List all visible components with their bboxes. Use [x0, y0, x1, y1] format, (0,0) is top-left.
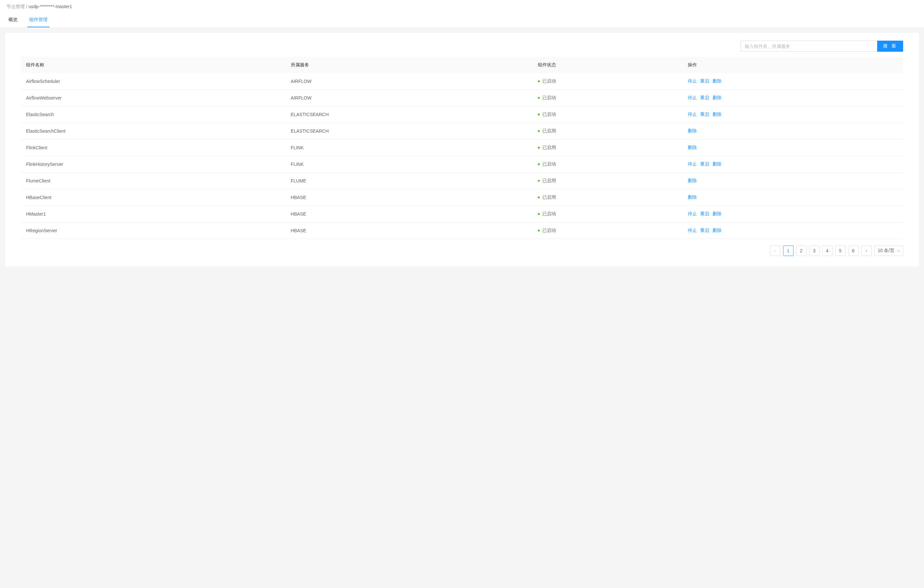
action-delete[interactable]: 删除 — [688, 178, 697, 183]
components-table: 组件名称 所属服务 组件状态 操作 AirflowSchedulerAIRFLO… — [21, 57, 903, 239]
status-dot-icon — [538, 213, 540, 215]
table-row: AirflowWebserverAIRFLOW已启动停止重启删除 — [21, 90, 903, 106]
status-text: 已启动 — [542, 78, 556, 84]
page-size-label: 10 条/页 — [878, 248, 894, 254]
search-input[interactable] — [741, 41, 877, 52]
action-delete[interactable]: 删除 — [713, 112, 722, 117]
cell-actions: 删除 — [683, 140, 903, 156]
cell-status: 已启动 — [533, 73, 683, 90]
action-delete[interactable]: 删除 — [688, 145, 697, 150]
status-text: 已启动 — [542, 228, 556, 233]
action-delete[interactable]: 删除 — [713, 95, 722, 100]
breadcrumb-current: usdp-********-master1 — [29, 4, 72, 9]
pagination-page-2[interactable]: 2 — [796, 245, 807, 256]
action-delete[interactable]: 删除 — [713, 228, 722, 233]
pagination-prev[interactable]: ‹ — [770, 245, 780, 256]
action-stop[interactable]: 停止 — [688, 211, 697, 216]
action-restart[interactable]: 重启 — [700, 78, 709, 84]
status-text: 已启用 — [542, 145, 556, 150]
cell-status: 已启动 — [533, 90, 683, 106]
page-size-selector[interactable]: 10 条/页 — [874, 245, 903, 256]
cell-component-name: AirflowWebserver — [21, 90, 285, 106]
action-stop[interactable]: 停止 — [688, 95, 697, 100]
tabs: 概览 组件管理 — [7, 13, 917, 27]
cell-component-name: AirflowScheduler — [21, 73, 285, 90]
cell-component-name: HBaseClient — [21, 189, 285, 206]
search-button[interactable]: 搜 索 — [877, 41, 903, 52]
action-restart[interactable]: 重启 — [700, 95, 709, 100]
pagination-next[interactable]: › — [861, 245, 871, 256]
action-delete[interactable]: 删除 — [713, 161, 722, 166]
cell-status: 已启用 — [533, 189, 683, 206]
status-dot-icon — [538, 130, 540, 132]
cell-status: 已启动 — [533, 156, 683, 173]
cell-service: FLINK — [285, 156, 533, 173]
cell-status: 已启动 — [533, 206, 683, 222]
cell-status: 已启动 — [533, 222, 683, 239]
cell-service: FLINK — [285, 140, 533, 156]
breadcrumb: 节点管理 / usdp-********-master1 — [7, 4, 917, 13]
content-card: 搜 索 组件名称 所属服务 组件状态 操作 AirflowSchedulerAI… — [5, 33, 919, 266]
status-text: 已启用 — [542, 194, 556, 200]
table-row: ElasticSearchClientELASTICSEARCH已启用删除 — [21, 123, 903, 140]
action-restart[interactable]: 重启 — [700, 228, 709, 233]
pagination-page-5[interactable]: 5 — [835, 245, 846, 256]
action-restart[interactable]: 重启 — [700, 161, 709, 166]
cell-service: FLUME — [285, 173, 533, 189]
table-row: AirflowSchedulerAIRFLOW已启动停止重启删除 — [21, 73, 903, 90]
cell-component-name: FlumeClient — [21, 173, 285, 189]
table-row: ElasticSearchELASTICSEARCH已启动停止重启删除 — [21, 106, 903, 123]
pagination-page-1[interactable]: 1 — [783, 245, 794, 256]
cell-service: AIRFLOW — [285, 73, 533, 90]
chevron-right-icon: › — [866, 249, 867, 253]
tab-overview[interactable]: 概览 — [7, 13, 20, 27]
cell-actions: 停止重启删除 — [683, 222, 903, 239]
cell-service: HBASE — [285, 189, 533, 206]
action-stop[interactable]: 停止 — [688, 78, 697, 84]
cell-actions: 停止重启删除 — [683, 106, 903, 123]
status-dot-icon — [538, 163, 540, 165]
chevron-left-icon: ‹ — [775, 249, 776, 253]
th-status: 组件状态 — [533, 57, 683, 73]
action-restart[interactable]: 重启 — [700, 211, 709, 216]
action-restart[interactable]: 重启 — [700, 112, 709, 117]
pagination-page-4[interactable]: 4 — [822, 245, 833, 256]
cell-actions: 停止重启删除 — [683, 90, 903, 106]
cell-service: AIRFLOW — [285, 90, 533, 106]
action-delete[interactable]: 删除 — [713, 78, 722, 84]
breadcrumb-separator: / — [26, 4, 27, 9]
pagination-page-6[interactable]: 6 — [848, 245, 859, 256]
cell-component-name: HMaster1 — [21, 206, 285, 222]
cell-status: 已启用 — [533, 123, 683, 140]
action-stop[interactable]: 停止 — [688, 161, 697, 166]
action-delete[interactable]: 删除 — [688, 194, 697, 200]
status-text: 已启动 — [542, 161, 556, 166]
status-text: 已启动 — [542, 95, 556, 100]
breadcrumb-root[interactable]: 节点管理 — [7, 4, 25, 9]
action-delete[interactable]: 删除 — [713, 211, 722, 216]
action-delete[interactable]: 删除 — [688, 128, 697, 133]
table-row: HBaseClientHBASE已启用删除 — [21, 189, 903, 206]
cell-actions: 删除 — [683, 189, 903, 206]
cell-actions: 停止重启删除 — [683, 73, 903, 90]
status-text: 已启动 — [542, 211, 556, 216]
status-dot-icon — [538, 147, 540, 148]
action-stop[interactable]: 停止 — [688, 112, 697, 117]
action-stop[interactable]: 停止 — [688, 228, 697, 233]
th-component-name: 组件名称 — [21, 57, 285, 73]
cell-component-name: ElasticSearchClient — [21, 123, 285, 140]
status-dot-icon — [538, 97, 540, 99]
status-dot-icon — [538, 196, 540, 198]
tab-component-management[interactable]: 组件管理 — [27, 13, 50, 27]
pagination-page-3[interactable]: 3 — [809, 245, 820, 256]
status-dot-icon — [538, 180, 540, 182]
cell-service: HBASE — [285, 206, 533, 222]
status-dot-icon — [538, 114, 540, 115]
table-row: FlinkHistoryServerFLINK已启动停止重启删除 — [21, 156, 903, 173]
chevron-down-icon — [897, 249, 899, 252]
table-row: FlumeClientFLUME已启用删除 — [21, 173, 903, 189]
status-dot-icon — [538, 230, 540, 232]
cell-status: 已启用 — [533, 140, 683, 156]
cell-component-name: ElasticSearch — [21, 106, 285, 123]
cell-status: 已启动 — [533, 106, 683, 123]
